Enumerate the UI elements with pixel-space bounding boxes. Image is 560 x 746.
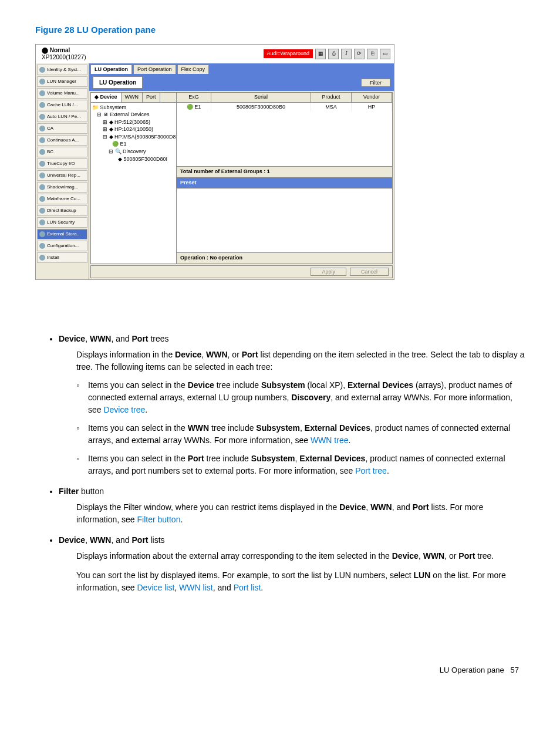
link-port-tree[interactable]: Port tree <box>355 466 387 475</box>
toolbar-icon[interactable]: ⟳ <box>354 49 365 59</box>
sidebar-item[interactable]: Configuration... <box>37 241 87 251</box>
link-wwn-list[interactable]: WWN list <box>179 583 213 592</box>
sidebar-item[interactable]: Direct Backup <box>37 205 87 216</box>
link-port-list[interactable]: Port list <box>234 583 261 592</box>
toolbar-icon[interactable]: ⎙ <box>328 49 339 59</box>
filter-button[interactable]: Filter <box>361 79 390 87</box>
toolbar-icon[interactable]: ⤴ <box>341 49 352 59</box>
apply-button[interactable]: Apply <box>311 268 346 276</box>
tree-tab-device[interactable]: ◆ Device <box>91 93 122 102</box>
device-tree[interactable]: 📁 Subsystem ⊟ 🖥 External Devices ⊞ ◆ HP:… <box>91 103 176 264</box>
sidebar-item[interactable]: Auto LUN / Pe... <box>37 112 87 122</box>
module-icon <box>39 231 45 237</box>
list-desc: You can sort the list by displayed items… <box>59 569 525 594</box>
tab-port-operation[interactable]: Port Operation <box>133 65 176 75</box>
col-product[interactable]: Product <box>311 93 352 102</box>
toolbar-icon[interactable]: ⎘ <box>367 49 377 59</box>
sidebar-item[interactable]: Cache LUN /... <box>37 100 87 110</box>
toolbar-icon[interactable]: ▦ <box>315 49 326 59</box>
toolbar-icon[interactable]: ▭ <box>380 49 390 59</box>
sidebar-item[interactable]: Install <box>37 252 87 263</box>
sidebar-item[interactable]: TrueCopy I/O <box>37 158 87 169</box>
col-exg[interactable]: ExG <box>177 93 211 102</box>
module-icon <box>39 208 45 214</box>
sidebar-item[interactable]: Volume Manu... <box>37 88 87 99</box>
list-heading: Device, WWN, and Port lists <box>59 534 525 546</box>
screenshot-pane: ⬤ Normal XP12000(10227) Audit:Wraparound… <box>35 44 394 280</box>
link-device-tree[interactable]: Device tree <box>103 405 145 414</box>
sidebar-item-external-storage[interactable]: External Stora... <box>37 229 87 239</box>
module-icon <box>39 137 45 143</box>
sidebar-item[interactable]: CA <box>37 123 87 134</box>
list-desc: Displays information in the Device, WWN,… <box>59 349 525 373</box>
module-icon <box>39 161 45 167</box>
list-heading: Filter button <box>59 485 525 498</box>
cancel-button[interactable]: Cancel <box>350 268 389 276</box>
sidebar-item[interactable]: Continuous A... <box>37 135 87 146</box>
main-tabs: LU Operation Port Operation Flex Copy <box>89 63 394 75</box>
left-sidebar: Identity & Syst... LUN Manager Volume Ma… <box>36 63 89 279</box>
module-icon <box>39 67 45 73</box>
table-row[interactable]: 🟢 E1 500805F3000D80B0 MSA HP <box>177 103 392 112</box>
module-icon <box>39 220 45 225</box>
sidebar-item[interactable]: Identity & Syst... <box>37 65 87 75</box>
app-topbar: ⬤ Normal XP12000(10227) Audit:Wraparound… <box>36 45 394 64</box>
sub-list-item: Items you can select in the WWN tree inc… <box>76 422 525 447</box>
panel-title: LU Operation <box>93 76 143 89</box>
module-icon <box>39 149 45 155</box>
module-icon <box>39 173 45 178</box>
tab-lu-operation[interactable]: LU Operation <box>90 65 132 75</box>
audit-badge: Audit:Wraparound <box>264 49 313 59</box>
module-icon <box>39 196 45 202</box>
tree-tab-wwn[interactable]: WWN <box>122 93 143 102</box>
module-icon <box>39 255 45 261</box>
link-device-list[interactable]: Device list <box>137 583 175 592</box>
preset-header: Preset <box>177 178 392 189</box>
sub-list-item: Items you can select in the Device tree … <box>76 379 525 416</box>
link-wwn-tree[interactable]: WWN tree <box>311 436 349 445</box>
link-filter-button[interactable]: Filter button <box>137 515 181 524</box>
preset-area <box>177 188 392 252</box>
list-desc: Displays information about the external … <box>59 550 525 562</box>
tab-flex-copy[interactable]: Flex Copy <box>177 65 210 75</box>
sidebar-item[interactable]: BC <box>37 147 87 157</box>
col-vendor[interactable]: Vendor <box>352 93 392 102</box>
device-id: XP12000(10227) <box>42 54 86 61</box>
figure-title: Figure 28 LU Operation pane <box>35 23 525 37</box>
sidebar-item[interactable]: ShadowImag... <box>37 182 87 193</box>
module-icon <box>39 126 45 131</box>
sidebar-item[interactable]: Universal Rep... <box>37 170 87 181</box>
sub-list-item: Items you can select in the Port tree in… <box>76 453 525 477</box>
list-desc: Displays the Filter window, where you ca… <box>59 501 525 526</box>
tree-tab-port[interactable]: Port <box>143 93 160 102</box>
status-label: ⬤ Normal <box>42 47 86 54</box>
module-icon <box>39 102 45 108</box>
document-body: Device, WWN, and Port trees Displays inf… <box>35 333 525 594</box>
sidebar-item[interactable]: LUN Manager <box>37 76 87 87</box>
page-footer: LU Operation pane 57 <box>35 664 525 676</box>
module-icon <box>39 79 45 85</box>
sidebar-item[interactable]: LUN Security <box>37 217 87 228</box>
operation-status: Operation : No operation <box>177 252 392 264</box>
total-groups-label: Total number of External Groups : 1 <box>177 166 392 178</box>
module-icon <box>39 243 45 249</box>
sidebar-item[interactable]: Mainframe Co... <box>37 194 87 204</box>
col-serial[interactable]: Serial <box>211 93 311 102</box>
module-icon <box>39 184 45 190</box>
list-heading: Device, WWN, and Port trees <box>59 333 525 345</box>
module-icon <box>39 90 45 96</box>
module-icon <box>39 114 45 120</box>
list-header: ExG Serial Product Vendor <box>177 93 392 103</box>
